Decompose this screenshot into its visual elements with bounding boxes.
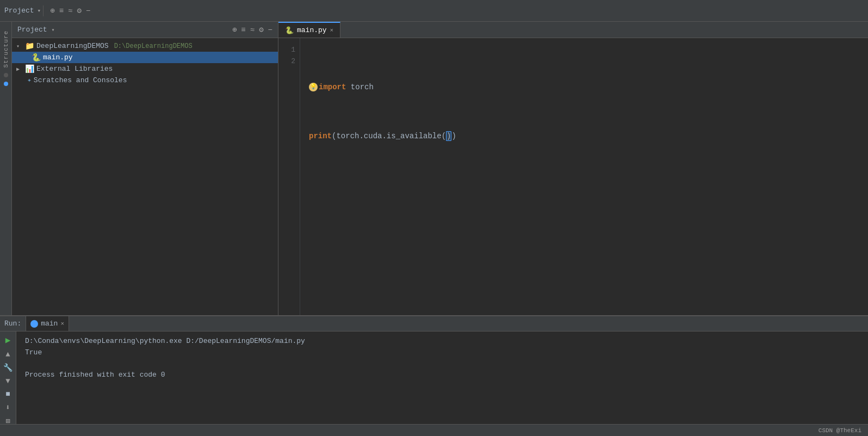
editor-area: 🐍 main.py × 1 2 💡import torch print(torc…: [278, 22, 868, 315]
toolbar-left: Project ▾: [4, 7, 41, 15]
attribution: CSDN @TheExi: [819, 427, 861, 434]
dot-indicator-2: [4, 82, 8, 86]
collapse-icon[interactable]: ≈: [68, 7, 72, 15]
toolbar-icons: ⊕ ≡ ≈ ⚙ −: [50, 6, 90, 15]
bottom-left-tools: ▶ ▲ 🔧 ▼ ■ ⬇ ⊞ 🖨: [0, 331, 16, 424]
close-paren: ): [451, 132, 456, 140]
sync-icon[interactable]: ⊕: [232, 25, 237, 34]
torch-identifier: torch: [351, 83, 374, 91]
console-status: Process finished with exit code 0: [25, 370, 165, 381]
status-bar: CSDN @TheExi: [0, 424, 868, 436]
libs-expand-arrow: ▶: [16, 66, 23, 72]
torch-ident: torch.cuda.is_available(: [336, 132, 446, 140]
settings-icon[interactable]: ⚙: [77, 6, 81, 15]
console-status-line: Process finished with exit code 0: [25, 370, 859, 381]
tab-label: main.py: [297, 26, 327, 34]
editor-tab-bar: 🐍 main.py ×: [278, 22, 868, 38]
project-title[interactable]: Project: [17, 26, 47, 34]
stop-button[interactable]: ■: [2, 390, 14, 398]
code-content[interactable]: 💡import torch print(torch.cuda.is_availa…: [300, 38, 868, 315]
root-folder-path: D:\DeepLearningDEMOS: [114, 42, 193, 50]
align-icon[interactable]: ≡: [241, 26, 245, 34]
close-panel-icon[interactable]: −: [268, 26, 272, 34]
console-cmd-line: D:\Conda\envs\DeepLearning\python.exe D:…: [25, 336, 859, 347]
external-libs-label: External Libraries: [36, 65, 113, 73]
tab-file-icon: 🐍: [285, 26, 294, 35]
project-panel: Project ▾ ⊕ ≡ ≈ ⚙ − ▾ 📁 DeepLearningDEMO…: [12, 22, 278, 315]
console-empty-line: [25, 359, 859, 370]
tree-item-external-libs[interactable]: ▶ 📊 External Libraries: [12, 63, 278, 75]
scroll-down-button[interactable]: ▼: [2, 377, 14, 385]
tree-root-folder[interactable]: ▾ 📁 DeepLearningDEMOS D:\DeepLearningDEM…: [12, 40, 278, 52]
code-line-1: 💡import torch: [309, 81, 859, 93]
code-line-2: print(torch.cuda.is_available()): [309, 130, 859, 142]
python-file-icon: 🐍: [32, 53, 41, 62]
top-toolbar: Project ▾ ⊕ ≡ ≈ ⚙ −: [0, 0, 868, 22]
minimize-icon[interactable]: −: [86, 7, 90, 15]
structure-label[interactable]: Structure: [3, 27, 9, 71]
main-area: Structure Project ▾ ⊕ ≡ ≈ ⚙ − ▾ 📁 DeepLe…: [0, 22, 868, 315]
library-icon: 📊: [25, 64, 34, 73]
bottom-panel: Run: main × ▶ ▲ 🔧 ▼ ■ ⬇ ⊞ 🖨 D:\Conda\env…: [0, 315, 868, 424]
project-tree: ▾ 📁 DeepLearningDEMOS D:\DeepLearningDEM…: [12, 38, 278, 315]
header-icons: ⊕ ≡ ≈ ⚙ −: [232, 25, 272, 34]
scratches-label: Scratches and Consoles: [34, 76, 127, 84]
left-sidebar-strip: Structure: [0, 22, 12, 315]
filter-icon[interactable]: ≈: [250, 26, 255, 34]
console-result: True: [25, 347, 42, 359]
gear-icon[interactable]: ⚙: [259, 25, 263, 34]
code-editor[interactable]: 1 2 💡import torch print(torch.cuda.is_av…: [278, 38, 868, 315]
console-command: D:\Conda\envs\DeepLearning\python.exe D:…: [25, 336, 305, 347]
run-tab-close[interactable]: ×: [60, 321, 64, 327]
root-expand-arrow: ▾: [16, 43, 23, 50]
scratch-icon: ✦: [27, 76, 32, 84]
list-icon[interactable]: ≡: [59, 7, 64, 15]
bottom-content: ▶ ▲ 🔧 ▼ ■ ⬇ ⊞ 🖨 D:\Conda\envs\DeepLearni…: [0, 331, 868, 424]
import-keyword: import: [319, 83, 346, 91]
run-label: Run:: [4, 320, 21, 328]
run-tab[interactable]: main ×: [26, 316, 69, 331]
console-result-line: True: [25, 347, 859, 359]
line-num-1: 1: [283, 45, 295, 56]
tab-close-button[interactable]: ×: [330, 27, 334, 34]
main-py-tab[interactable]: 🐍 main.py ×: [278, 22, 340, 38]
align-bottom-icon[interactable]: ⬇: [2, 403, 14, 412]
dropdown-arrow[interactable]: ▾: [38, 7, 41, 14]
console-output: D:\Conda\envs\DeepLearning\python.exe D:…: [16, 331, 868, 424]
project-label[interactable]: Project: [4, 7, 34, 15]
grid-icon[interactable]: ⊞: [2, 416, 14, 424]
toolbar-separator: [43, 5, 44, 16]
play-button[interactable]: ▶: [2, 335, 14, 346]
project-dropdown-arrow[interactable]: ▾: [52, 27, 55, 33]
tree-item-scratches[interactable]: ✦ Scratches and Consoles: [12, 75, 278, 85]
wrench-icon[interactable]: 🔧: [2, 363, 14, 372]
scroll-up-button[interactable]: ▲: [2, 350, 14, 359]
bulb-icon: 💡: [309, 83, 318, 91]
run-tab-icon: [30, 320, 38, 328]
add-icon[interactable]: ⊕: [50, 6, 54, 15]
folder-icon: 📁: [25, 41, 34, 51]
run-tab-label: main: [41, 320, 58, 328]
root-folder-label: DeepLearningDEMOS: [36, 42, 109, 50]
cursor-bracket: ): [446, 131, 451, 141]
line-numbers: 1 2: [278, 38, 300, 315]
line-num-2: 2: [283, 56, 295, 67]
main-py-label: main.py: [43, 53, 73, 62]
dot-indicator-1: [4, 73, 8, 77]
tree-item-main-py[interactable]: 🐍 main.py: [12, 52, 278, 63]
bottom-tab-bar: Run: main ×: [0, 316, 868, 331]
print-keyword: print: [309, 132, 332, 140]
project-header: Project ▾ ⊕ ≡ ≈ ⚙ −: [12, 22, 278, 38]
